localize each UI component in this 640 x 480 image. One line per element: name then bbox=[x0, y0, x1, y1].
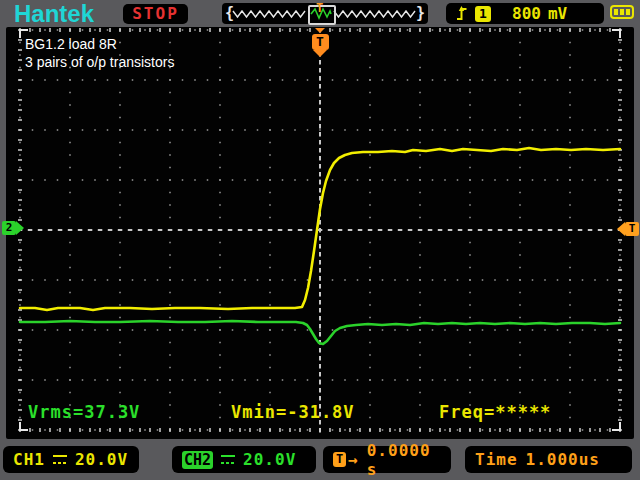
measurement-vrms: Vrms=37.3V bbox=[28, 402, 140, 422]
horizontal-preview-strip[interactable]: { } T bbox=[222, 3, 428, 24]
annotation-line-1: BG1.2 load 8R bbox=[25, 36, 117, 52]
record-window-left-brace: { bbox=[225, 4, 234, 23]
trigger-position-nub-icon bbox=[315, 28, 325, 33]
trigger-badge: T bbox=[333, 452, 346, 467]
annotation-line-2: 3 pairs of o/p transistors bbox=[25, 54, 174, 70]
ch1-volts-per-div: 20.0V bbox=[75, 450, 128, 469]
trigger-position-marker[interactable]: T bbox=[309, 28, 331, 57]
measurement-freq: Freq=***** bbox=[439, 402, 551, 422]
trigger-position-arrow-icon bbox=[313, 50, 327, 57]
ch2-position-marker[interactable]: 2 bbox=[2, 221, 24, 235]
preview-trigger-marker: T bbox=[316, 1, 323, 15]
trigger-level-value: 800 bbox=[512, 4, 541, 23]
ch2-volts-per-div: 20.0V bbox=[243, 450, 296, 469]
measurement-vmin: Vmin=-31.8V bbox=[231, 402, 355, 422]
trigger-level-arrow-icon bbox=[617, 222, 625, 236]
ch2-marker-arrow-icon bbox=[16, 221, 24, 235]
oscilloscope-screen: { "brand": "Hantek", "status": "STOP", "… bbox=[0, 0, 640, 480]
dc-coupling-icon bbox=[221, 455, 235, 464]
display-area bbox=[6, 27, 634, 439]
record-window-right-brace: } bbox=[416, 4, 425, 23]
timebase-label: Time bbox=[475, 450, 518, 469]
timebase-box[interactable]: Time 1.000us bbox=[465, 446, 632, 473]
trigger-time-box[interactable]: T → 0.0000 s bbox=[323, 446, 451, 473]
acquisition-status-badge[interactable]: STOP bbox=[123, 4, 188, 24]
dc-coupling-icon bbox=[53, 455, 67, 464]
ch2-label-badge: CH2 bbox=[182, 451, 213, 469]
timebase-value: 1.000us bbox=[526, 450, 600, 469]
battery-icon bbox=[610, 5, 634, 19]
ch1-label: CH1 bbox=[13, 450, 45, 469]
ch2-settings-box[interactable]: CH2 20.0V bbox=[172, 446, 316, 473]
ch1-settings-box[interactable]: CH1 20.0V bbox=[3, 446, 139, 473]
trigger-level-unit: mV bbox=[548, 4, 567, 23]
trigger-time-value: 0.0000 s bbox=[367, 441, 441, 479]
arrow-right-icon: → bbox=[348, 450, 359, 469]
brand-logo: Hantek bbox=[14, 0, 94, 27]
trigger-level-marker[interactable]: T bbox=[617, 222, 639, 236]
rising-edge-icon bbox=[455, 5, 468, 22]
trigger-info-box[interactable]: 1 800 mV bbox=[446, 3, 604, 24]
trigger-source-badge: 1 bbox=[475, 6, 491, 22]
